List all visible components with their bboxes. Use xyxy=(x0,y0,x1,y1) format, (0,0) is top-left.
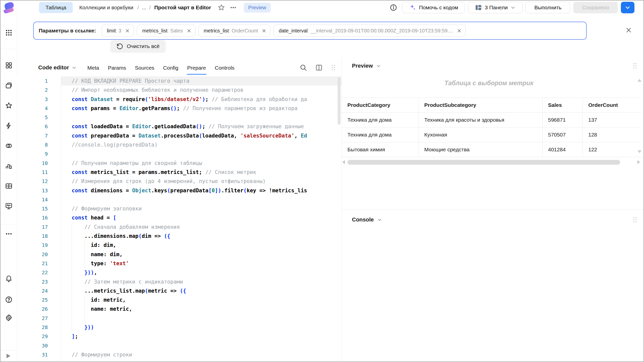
code-line[interactable]: 27 xyxy=(17,314,341,323)
save-dropdown-button[interactable] xyxy=(621,2,634,13)
param-chip[interactable]: limit : 3 xyxy=(102,25,134,37)
clear-all-button[interactable]: Очистить всё xyxy=(110,40,166,52)
remove-param-icon[interactable] xyxy=(186,28,192,33)
code-line[interactable]: 18 ...dimensions.map(dim => ({ xyxy=(17,232,341,241)
code-line[interactable]: 21 type: 'text' xyxy=(17,259,341,268)
console-dropdown[interactable]: Console xyxy=(352,216,382,223)
close-params-panel-icon[interactable] xyxy=(625,26,632,34)
code-line[interactable]: 6const loadedData = Editor.getLoadedData… xyxy=(17,122,341,131)
run-button[interactable]: Выполнить xyxy=(526,2,570,13)
editor-scrollbar[interactable] xyxy=(338,77,341,125)
more-icon[interactable] xyxy=(5,230,13,238)
table-cell: Техника для дома xyxy=(342,113,419,127)
remove-param-icon[interactable] xyxy=(261,28,267,33)
help-icon[interactable] xyxy=(5,296,13,303)
code-line[interactable]: 20 name: dim, xyxy=(17,250,341,259)
collections-icon[interactable] xyxy=(5,82,13,89)
code-line[interactable]: 31// Формируем строки xyxy=(17,350,341,359)
code-line[interactable]: 1// КОД ВКЛАДКИ PREPARE Простого чарта xyxy=(17,76,341,85)
charts-icon[interactable] xyxy=(5,162,13,170)
breadcrumb-separator: / xyxy=(149,5,151,11)
editor-tab-config[interactable]: Config xyxy=(163,61,179,75)
code-line[interactable]: 32const rows = preparedData.map(row => (… xyxy=(17,359,341,361)
code-line[interactable]: 23 // Затем метрики с индикаторами xyxy=(17,277,341,286)
drag-handle-icon[interactable] xyxy=(632,216,637,223)
code-line[interactable]: 11const metrics_list = params.metrics_li… xyxy=(17,168,341,177)
drag-handle-icon[interactable] xyxy=(331,64,336,71)
param-chip[interactable]: metrics_list : Sales xyxy=(137,25,195,37)
help-with-code-label: Помочь с кодом xyxy=(419,5,458,11)
drag-handle-icon[interactable] xyxy=(632,62,637,69)
code-line[interactable]: 25 id: metric, xyxy=(17,295,341,304)
editor-tab-meta[interactable]: Meta xyxy=(87,61,99,75)
quick-actions-bolt-icon[interactable] xyxy=(5,122,13,129)
code-line[interactable]: 10// Получаем параметры для сводной табл… xyxy=(17,159,341,168)
code-line[interactable]: 3const Dataset = require('libs/dataset/v… xyxy=(17,95,341,104)
code-line[interactable]: 13const dimensions = Object.keys(prepare… xyxy=(17,186,341,195)
code-line[interactable]: 19 id: dim, xyxy=(17,241,341,250)
panels-dropdown[interactable]: 3 Панели xyxy=(468,2,522,13)
breadcrumb-root[interactable]: Коллекции и воркбуки xyxy=(79,5,133,11)
code-line[interactable]: 4const params = Editor.getParams(); // П… xyxy=(17,104,341,113)
editor-tab-sources[interactable]: Sources xyxy=(135,61,154,75)
expand-sidebar-icon[interactable] xyxy=(7,354,10,358)
search-icon[interactable] xyxy=(300,64,307,71)
scroll-down-icon[interactable] xyxy=(637,150,641,153)
line-number: 27 xyxy=(17,314,61,323)
code-editor-area[interactable]: 1// КОД ВКЛАДКИ PREPARE Простого чарта2/… xyxy=(17,76,341,361)
code-line[interactable]: 8//console.log(preparedData) xyxy=(17,140,341,149)
param-name: metrics_list xyxy=(142,28,167,34)
breadcrumb-ellipsis[interactable]: ... xyxy=(142,5,146,11)
code-line[interactable]: 7const preparedData = Dataset.processDat… xyxy=(17,131,341,140)
code-line[interactable]: 22 })), xyxy=(17,268,341,277)
code-line[interactable]: 2// Импорт необходимых библиотек и получ… xyxy=(17,85,341,95)
tab-table[interactable]: Таблица xyxy=(39,2,73,13)
reset-icon xyxy=(116,43,123,50)
preview-badge[interactable]: Preview xyxy=(244,3,271,13)
split-view-icon[interactable] xyxy=(315,64,323,71)
widgets-icon[interactable] xyxy=(5,62,13,69)
scroll-left-icon[interactable] xyxy=(342,160,345,164)
editor-tab-params[interactable]: Params xyxy=(108,61,126,75)
code-line[interactable]: 29]; xyxy=(17,332,341,341)
tables-icon[interactable] xyxy=(5,182,13,190)
app-logo-icon[interactable] xyxy=(3,2,14,13)
scroll-right-icon[interactable] xyxy=(637,160,640,164)
code-line[interactable]: 5 xyxy=(17,113,341,122)
apps-grid-icon[interactable] xyxy=(5,29,13,36)
code-line[interactable]: 16const head = [ xyxy=(17,213,341,222)
relations-icon[interactable] xyxy=(5,142,13,150)
favorites-star-icon[interactable] xyxy=(5,102,13,109)
favorite-star-icon[interactable] xyxy=(218,4,225,11)
line-number: 18 xyxy=(17,232,61,241)
scroll-up-icon[interactable] xyxy=(637,79,641,82)
settings-gear-icon[interactable] xyxy=(5,314,13,322)
code-line[interactable]: 12// Измерения для строк (до 4 измерений… xyxy=(17,177,341,186)
line-number: 9 xyxy=(17,149,61,158)
param-chip[interactable]: metrics_list : OrderCount xyxy=(198,25,271,37)
code-line[interactable]: 24 ...metrics_list.map(metric => ({ xyxy=(17,286,341,295)
editor-tab-controls[interactable]: Controls xyxy=(215,61,235,75)
info-icon[interactable] xyxy=(390,4,397,11)
more-actions-icon[interactable] xyxy=(230,4,237,11)
editor-mode-dropdown[interactable]: Code editor xyxy=(38,64,77,71)
code-text xyxy=(61,195,325,204)
preview-pane-header: Preview xyxy=(342,58,643,73)
remove-param-icon[interactable] xyxy=(125,28,130,33)
code-line[interactable]: 30 xyxy=(17,341,341,350)
code-line[interactable]: 17 // Сначала добавляем измерения xyxy=(17,222,341,232)
param-chip[interactable]: date_interval : __interval_2019-09-01T00… xyxy=(273,25,466,37)
monitoring-icon[interactable] xyxy=(5,202,13,210)
remove-param-icon[interactable] xyxy=(457,28,462,33)
help-with-code-button[interactable]: Помочь с кодом xyxy=(402,2,465,13)
notifications-bell-icon[interactable] xyxy=(5,275,13,282)
code-line[interactable]: 9 xyxy=(17,149,341,158)
code-line[interactable]: 15// Формируем заголовки xyxy=(17,204,341,213)
code-text xyxy=(61,314,325,323)
code-line[interactable]: 28 })) xyxy=(17,323,341,332)
scrollbar-thumb[interactable] xyxy=(347,160,620,165)
editor-tab-prepare[interactable]: Prepare xyxy=(187,61,206,75)
code-line[interactable]: 14 xyxy=(17,195,341,204)
preview-dropdown[interactable]: Preview xyxy=(352,63,381,69)
code-line[interactable]: 26 name: metric, xyxy=(17,304,341,313)
